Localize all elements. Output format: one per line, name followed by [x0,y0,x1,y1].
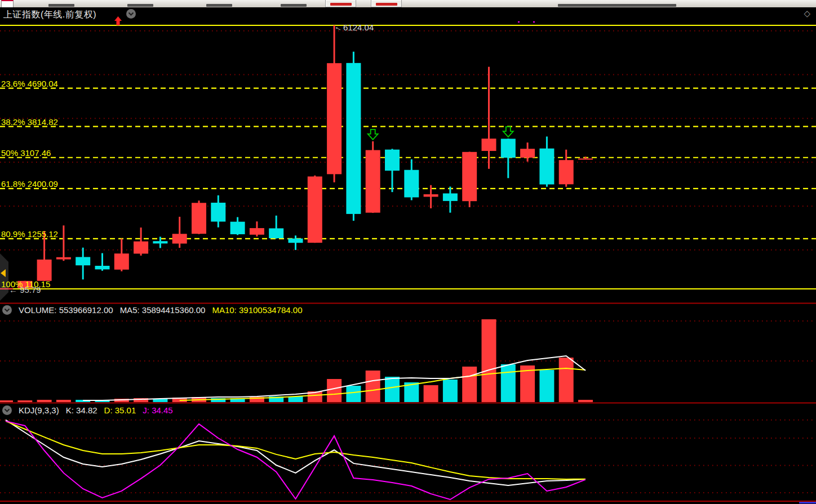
fib-level-label: 100% 110.15 [1,279,50,289]
scroll-left-arrow-icon[interactable] [1,269,6,277]
trading-app-window: 上证指数(年线.前复权) ◇ ←6124.04 ← 95.79 VOLUME: … [0,0,816,504]
kdj-name: KDJ(9,3,3) [19,405,59,415]
chart-canvas[interactable] [0,0,816,504]
menu-item-clipped[interactable] [48,4,74,7]
menu-item-clipped[interactable] [281,4,307,7]
menu-right-text-clipped [558,4,676,7]
sell-signal-arrow-icon [368,130,378,140]
sell-signal-arrow-icon [503,127,513,137]
fib-level-label: 50% 3107.46 [1,148,51,158]
menu-item-clipped[interactable] [127,4,153,7]
high-annotation: ←6124.04 [335,23,374,32]
fib-level-label: 23.6% 4690.04 [1,79,58,88]
volume-value: VOLUME: 553966912.00 [19,305,113,315]
menubar-red-button-2[interactable] [371,0,402,7]
kdj-d-value: D: 35.01 [104,405,136,415]
up-arrow-icon [114,16,122,28]
kdj-j-value: J: 34.45 [143,405,172,415]
volume-ma10-value: MA10: 39100534784.00 [212,305,302,315]
menubar-red-button-1[interactable] [325,0,356,7]
volume-collapse-icon[interactable] [2,305,12,315]
chart-title-bar: 上证指数(年线.前复权) ◇ [0,7,816,21]
kdj-collapse-icon[interactable] [2,405,12,415]
kdj-k-value: K: 34.82 [66,405,97,415]
diamond-icon: ◇ [804,8,810,19]
kdj-legend: KDJ(9,3,3) K: 34.82 D: 35.01 J: 34.45 [2,405,173,416]
app-icon[interactable] [1,0,14,8]
volume-ma5-value: MA5: 35894415360.00 [120,305,206,315]
menu-item-clipped[interactable] [206,4,232,7]
volume-legend: VOLUME: 553966912.00 MA5: 35894415360.00… [2,305,303,315]
fib-level-label: 38.2% 3814.82 [1,117,58,127]
menu-bar [0,0,816,8]
symbol-title: 上证指数(年线.前复权) [3,9,96,21]
fib-level-label: 61.8% 2400.09 [1,179,58,189]
collapse-chevron-icon[interactable] [126,9,136,19]
fib-level-label: 80.9% 1255.12 [1,229,58,239]
